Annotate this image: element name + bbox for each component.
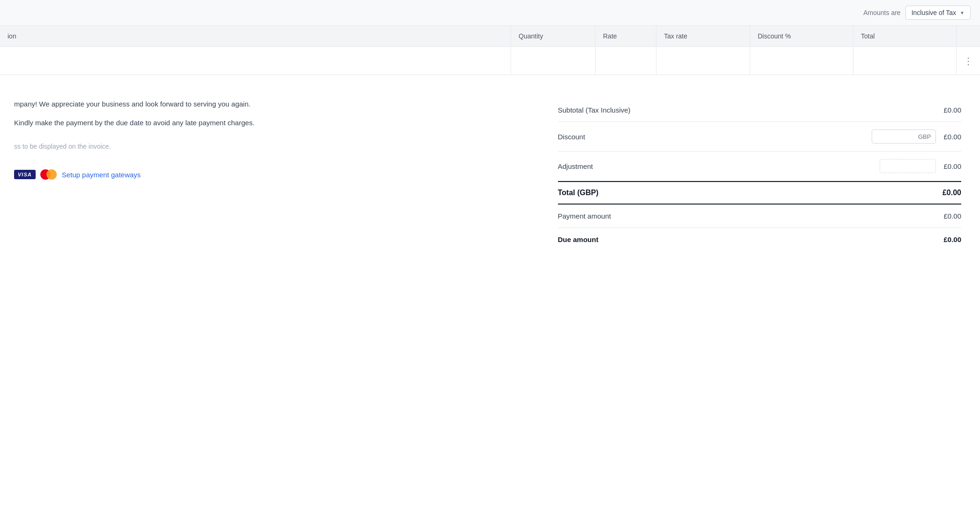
grand-total-row: Total (GBP) £0.00 [558,181,962,205]
tax-rate-input[interactable] [664,57,742,65]
grand-total-label: Total (GBP) [558,189,599,197]
adjustment-label: Adjustment [558,162,593,170]
adjustment-right-group: £0.00 [880,159,961,173]
row-actions-icon[interactable]: ⋮ [964,55,973,67]
col-header-quantity: Quantity [511,26,596,46]
col-header-discount: Discount % [750,26,853,46]
discount-row: Discount GBP £0.00 [558,122,962,152]
cell-description[interactable] [0,47,511,75]
totals-section: Subtotal (Tax Inclusive) £0.00 Discount … [539,89,980,260]
rate-input[interactable] [603,57,648,65]
description-input[interactable] [8,57,503,65]
discount-currency-label: GBP [918,133,931,140]
due-amount-value: £0.00 [943,235,961,243]
due-amount-label: Due amount [558,235,599,243]
setup-payment-gateways-link[interactable]: Setup payment gateways [62,171,141,179]
col-header-description: ion [0,26,511,46]
col-header-rate: Rate [596,26,656,46]
cell-rate[interactable] [596,47,656,75]
payment-amount-label: Payment amount [558,212,611,220]
col-header-actions [957,26,980,46]
chevron-down-icon: ▼ [960,10,965,15]
left-section: mpany! We appreciate your business and l… [0,89,539,260]
visa-icon: VISA [14,170,36,179]
subtotal-value: £0.00 [943,106,961,114]
payment-amount-value: £0.00 [943,212,961,220]
amounts-are-label: Amounts are [863,9,900,16]
discount-amount-input[interactable] [877,133,914,140]
tax-type-dropdown[interactable]: Inclusive of Tax ▼ [905,6,971,20]
mastercard-circle-right [46,169,57,180]
payment-text: Kindly make the payment by the due date … [14,117,525,129]
subtotal-label: Subtotal (Tax Inclusive) [558,106,631,114]
grand-total-value: £0.00 [942,189,961,197]
line-items-table-header: ion Quantity Rate Tax rate Discount % To… [0,26,980,47]
adjustment-value: £0.00 [943,162,961,170]
table-row: ⋮ [0,47,980,75]
adjustment-row: Adjustment £0.00 [558,152,962,181]
payment-gateways-section: VISA Setup payment gateways [14,169,525,180]
adjustment-input[interactable] [880,159,936,173]
quantity-input[interactable] [519,57,588,65]
cell-quantity[interactable] [511,47,596,75]
cell-discount[interactable] [750,47,853,75]
tax-type-label: Inclusive of Tax [912,9,956,16]
cell-tax-rate[interactable] [656,47,750,75]
discount-input-field[interactable] [758,57,845,65]
discount-value: £0.00 [943,133,961,141]
main-content-area: mpany! We appreciate your business and l… [0,75,980,274]
top-bar: Amounts are Inclusive of Tax ▼ [0,0,980,26]
subtotal-row: Subtotal (Tax Inclusive) £0.00 [558,99,962,122]
cell-total [853,47,957,75]
due-amount-row: Due amount £0.00 [558,228,962,251]
cell-row-actions[interactable]: ⋮ [957,47,980,75]
discount-right-group: GBP £0.00 [872,129,961,144]
col-header-tax-rate: Tax rate [656,26,750,46]
appreciation-text: mpany! We appreciate your business and l… [14,99,525,110]
mastercard-icon [40,169,57,180]
totals-table: Subtotal (Tax Inclusive) £0.00 Discount … [558,99,962,251]
discount-input-wrapper[interactable]: GBP [872,129,936,144]
address-note: ss to be displayed on the invoice. [14,143,525,150]
col-header-total: Total [853,26,957,46]
payment-amount-row: Payment amount £0.00 [558,205,962,228]
discount-label: Discount [558,133,585,141]
